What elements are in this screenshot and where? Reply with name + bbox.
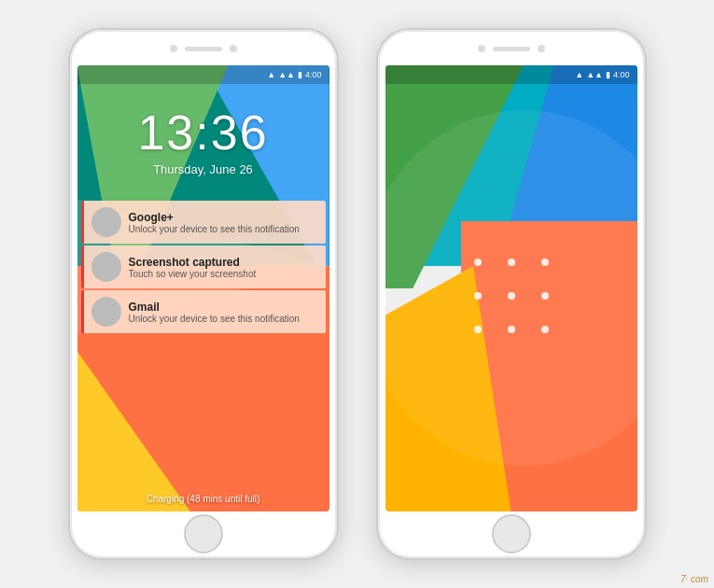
pattern-dot-3[interactable] — [541, 259, 549, 266]
googleplus-title: Google+ — [129, 211, 318, 224]
time-display2: 4:00 — [613, 70, 630, 79]
phone2-bottom — [378, 510, 645, 558]
battery-icon2: ▮ — [606, 70, 610, 79]
googleplus-subtitle: Unlock your device to see this notificat… — [129, 224, 318, 234]
pattern-dot-9[interactable] — [541, 326, 549, 333]
screenshot-icon — [91, 252, 121, 282]
screenshot-subtitle: Touch so view your screenshot — [129, 269, 318, 279]
time-display: 4:00 — [305, 70, 322, 79]
notification-gmail[interactable]: Gmail Unlock your device to see this not… — [81, 290, 326, 333]
wifi-icon: ▲ — [267, 70, 275, 79]
pattern-grid[interactable] — [474, 259, 549, 333]
googleplus-icon — [91, 207, 121, 237]
phone2-speaker — [493, 47, 530, 51]
wifi-icon2: ▲ — [575, 70, 583, 79]
lock-date: Thursday, June 26 — [153, 162, 253, 176]
gmail-text: Gmail Unlock your device to see this not… — [129, 301, 318, 324]
phone1-bottom — [70, 510, 337, 558]
phone1-home-button[interactable] — [184, 514, 223, 553]
phone1-status-bar: ▲ ▲▲ ▮ 4:00 — [77, 65, 329, 84]
signal-icon: ▲▲ — [278, 70, 295, 79]
phone2-status-bar: ▲ ▲▲ ▮ 4:00 — [385, 65, 637, 84]
pattern-dot-8[interactable] — [508, 326, 515, 333]
phone1-speaker — [185, 47, 222, 51]
pattern-dot-5[interactable] — [508, 292, 515, 300]
notification-screenshot[interactable]: Screenshot captured Touch so view your s… — [81, 245, 326, 288]
screenshot-title: Screenshot captured — [129, 256, 318, 269]
phone1-top-bar — [70, 30, 337, 67]
pattern-dot-4[interactable] — [474, 292, 482, 300]
screenshot-text: Screenshot captured Touch so view your s… — [129, 256, 318, 279]
pattern-dot-2[interactable] — [508, 259, 515, 266]
phone2-status-icons: ▲ ▲▲ ▮ 4:00 — [575, 70, 629, 79]
pattern-dot-6[interactable] — [541, 292, 549, 300]
phone2-top-bar — [378, 30, 645, 67]
lock-time: 13:36 — [137, 105, 268, 161]
phone1-camera — [170, 45, 177, 52]
lock-clock-area: 13:36 Thursday, June 26 — [77, 84, 329, 196]
phone1-device: ▲ ▲▲ ▮ 4:00 13:36 Thursday, June 26 Goog… — [68, 28, 339, 560]
phone2-device: ▲ ▲▲ ▮ 4:00 — [376, 28, 647, 560]
phone2-camera — [478, 45, 485, 52]
notification-googleplus[interactable]: Google+ Unlock your device to see this n… — [81, 201, 326, 244]
pattern-dot-7[interactable] — [474, 326, 482, 333]
watermark: 7· com — [680, 574, 708, 584]
gmail-title: Gmail — [129, 301, 318, 314]
notifications-area: Google+ Unlock your device to see this n… — [81, 201, 326, 333]
phone1-status-icons: ▲ ▲▲ ▮ 4:00 — [267, 70, 321, 79]
gmail-icon — [91, 297, 121, 327]
googleplus-text: Google+ Unlock your device to see this n… — [129, 211, 318, 234]
phone2-screen: ▲ ▲▲ ▮ 4:00 — [385, 65, 637, 511]
phone2-camera2 — [538, 45, 545, 52]
phone1-screen: ▲ ▲▲ ▮ 4:00 13:36 Thursday, June 26 Goog… — [77, 65, 329, 511]
phone1-camera2 — [230, 45, 237, 52]
gmail-subtitle: Unlock your device to see this notificat… — [129, 314, 318, 324]
signal-icon2: ▲▲ — [586, 70, 603, 79]
pattern-dot-1[interactable] — [474, 259, 482, 266]
battery-icon: ▮ — [298, 70, 302, 79]
charging-text: Charging (48 mins until full) — [77, 494, 329, 504]
phone2-home-button[interactable] — [492, 514, 531, 553]
